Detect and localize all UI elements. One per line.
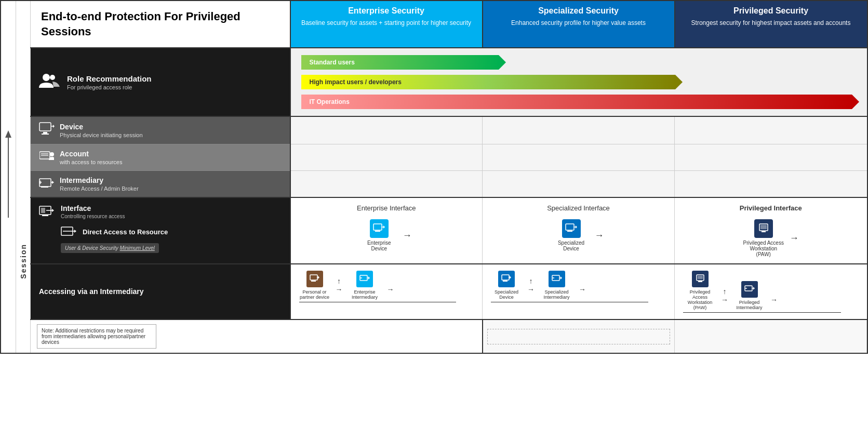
session-text-cell-lower: Session xyxy=(16,171,31,354)
personal-device-icon xyxy=(306,271,323,287)
privileged-interface-cell: Privileged Interface Privileged Access W… xyxy=(675,197,867,264)
upward-arrow-icon xyxy=(3,129,14,223)
session-label: Session xyxy=(19,244,28,279)
it-operations-arrow-bar: IT Operations xyxy=(301,94,857,110)
intermediary-subtitle: Remote Access / Admin Broker xyxy=(60,185,139,192)
specialized-header: Specialized Security Enhanced security p… xyxy=(483,1,675,48)
accessing-via-title: Accessing via an Intermediary xyxy=(39,287,282,297)
enterprise-intermediary-icon xyxy=(356,271,373,287)
svg-marker-41 xyxy=(318,276,319,279)
privileged-intermediary-icon xyxy=(741,281,758,298)
account-enterprise-cell xyxy=(290,144,483,171)
svg-marker-60 xyxy=(753,287,755,290)
interface-title: Interface xyxy=(61,204,125,212)
note-enterprise-cell xyxy=(483,320,675,353)
svg-point-2 xyxy=(43,74,50,81)
svg-rect-28 xyxy=(373,224,382,230)
privileged-header-desc: Strongest security for highest impact as… xyxy=(691,19,851,26)
specialized-intermediary-icon xyxy=(549,271,565,287)
role-rec-title: Role Recommendation xyxy=(67,74,152,83)
svg-marker-30 xyxy=(383,225,385,229)
account-subtitle: with access to resources xyxy=(60,159,122,165)
account-title: Account xyxy=(60,150,122,158)
interface-left-cell: Interface Controlling resource access Di… xyxy=(31,197,290,264)
specialized-device-label: Specialized Device xyxy=(553,240,590,251)
device-enterprise-cell xyxy=(290,116,483,144)
personal-device-label: Personal or partner device xyxy=(299,289,330,300)
standard-users-arrow-bar: Standard users xyxy=(301,55,857,70)
privileged-accessing-cell: Privileged Access Workstation (PAW) ↑ → xyxy=(675,264,867,320)
enterprise-device-label: Enterprise Device xyxy=(361,240,397,251)
account-specialized-cell xyxy=(483,144,675,171)
privileged-paw-icon xyxy=(692,271,709,287)
note-specialized-cell xyxy=(675,320,867,353)
enterprise-interface-label: Enterprise Interface xyxy=(299,204,474,212)
device-title: Device xyxy=(60,123,143,131)
svg-marker-15 xyxy=(52,181,54,184)
enterprise-arrow: → xyxy=(403,230,412,241)
enterprise-header: Enterprise Security Baseline security fo… xyxy=(290,1,483,48)
svg-marker-45 xyxy=(368,276,370,279)
privileged-device-icon xyxy=(754,219,773,238)
enterprise-device-icon xyxy=(370,219,389,238)
specialized-arrow: → xyxy=(595,230,604,241)
interface-icon xyxy=(39,205,56,220)
privileged-arrow: → xyxy=(790,233,799,244)
device-privileged-cell xyxy=(675,116,867,144)
svg-marker-22 xyxy=(52,209,54,212)
device-icon xyxy=(39,122,55,139)
interface-subtitle: Controlling resource access xyxy=(61,214,125,219)
note-privileged-cell xyxy=(867,320,868,353)
high-impact-arrow-bar: High impact users / developers xyxy=(301,74,857,90)
device-subtitle: Physical device initiating session xyxy=(60,132,143,138)
privileged-intermediary-label: Privileged Intermediary xyxy=(732,300,766,310)
far-left-cell xyxy=(1,1,16,353)
svg-marker-49 xyxy=(510,276,511,279)
specialized-interface-label: Specialized Interface xyxy=(491,204,666,212)
note-box: Note: Additional restrictions may be req… xyxy=(37,324,156,349)
role-rec-subtitle: For privileged access role xyxy=(67,84,152,90)
account-privileged-cell xyxy=(675,144,867,171)
privileged-paw-label: Privileged Access Workstation (PAW) xyxy=(683,289,717,310)
privileged-header: Privileged Security Strongest security f… xyxy=(675,1,867,48)
device-specialized-cell xyxy=(483,116,675,144)
privileged-header-title: Privileged Security xyxy=(682,6,861,16)
svg-rect-20 xyxy=(41,208,45,213)
note-text: Note: Additional restrictions may be req… xyxy=(42,328,145,345)
min-level-badge: User & Device Security Minimum Level xyxy=(61,243,159,253)
enterprise-header-title: Enterprise Security xyxy=(297,6,476,16)
enterprise-interface-cell: Enterprise Interface Enterprise Device → xyxy=(290,197,483,264)
svg-rect-39 xyxy=(310,275,317,280)
enterprise-header-desc: Baseline security for assets + starting … xyxy=(301,19,471,26)
account-icon xyxy=(39,150,55,165)
specialized-intermediary-label: Specialized Intermediary xyxy=(540,289,573,300)
note-cell: Note: Additional restrictions may be req… xyxy=(31,320,483,353)
role-rec-icon xyxy=(39,72,60,92)
account-label-cell: Account with access to resources xyxy=(31,144,290,171)
svg-point-3 xyxy=(50,75,55,80)
standard-users-label: Standard users xyxy=(310,59,355,66)
direct-access-title: Direct Access to Resource xyxy=(83,228,168,237)
specialized-accessing-cell: Specialized Device ↑ → xyxy=(483,264,675,320)
privileged-device-label: Privileged Access Workstation (PAW) xyxy=(743,240,784,257)
enterprise-accessing-cell: Personal or partner device ↑ → xyxy=(290,264,483,320)
svg-rect-56 xyxy=(698,276,703,279)
specialized-device-icon xyxy=(562,219,581,238)
svg-point-12 xyxy=(50,152,54,156)
svg-rect-37 xyxy=(760,225,767,229)
header-title-cell: End-to-end Protection For Privileged Ses… xyxy=(31,1,290,48)
specialized-interface-cell: Specialized Interface Specialized Device… xyxy=(483,197,675,264)
svg-rect-32 xyxy=(566,224,574,230)
specialized-header-title: Specialized Security xyxy=(489,6,668,16)
accessing-via-cell: Accessing via an Intermediary xyxy=(31,264,290,320)
specialized-device-2-label: Specialized Device xyxy=(491,289,522,300)
intermediary-specialized-cell xyxy=(483,171,675,198)
enterprise-intermediary-label: Enterprise Intermediary xyxy=(348,289,382,300)
svg-marker-53 xyxy=(560,276,562,279)
it-operations-label: IT Operations xyxy=(310,98,350,105)
svg-rect-4 xyxy=(39,123,51,131)
high-impact-label: High impact users / developers xyxy=(310,78,402,86)
role-arrows-cell: Standard users High impact users / devel… xyxy=(290,48,867,116)
role-recommendation-cell: Role Recommendation For privileged acces… xyxy=(31,48,290,116)
specialized-device-2-icon xyxy=(498,271,515,287)
